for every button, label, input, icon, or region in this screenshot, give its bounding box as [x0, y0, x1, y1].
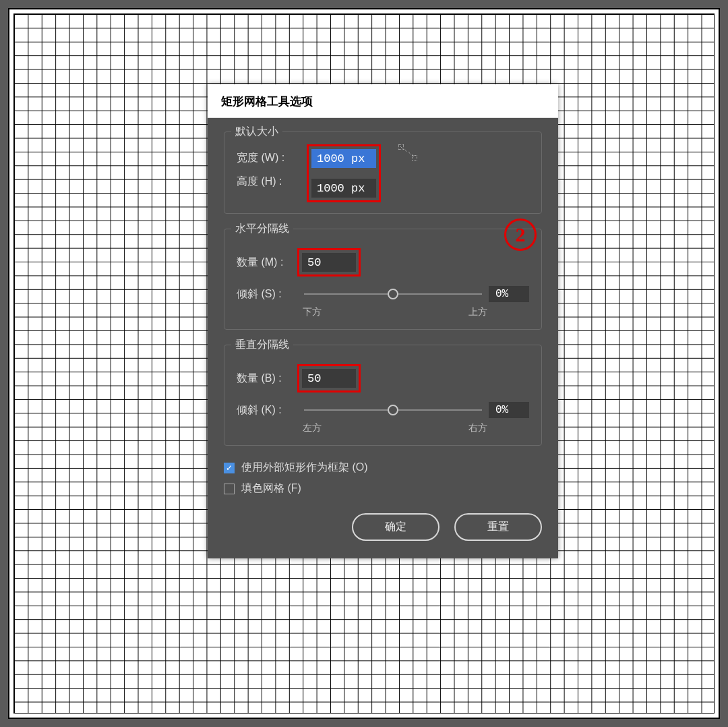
h-skew-slider[interactable]	[304, 293, 482, 295]
v-count-input[interactable]	[302, 369, 356, 388]
v-skew-label: 倾斜 (K) :	[237, 403, 297, 417]
group-title-vertical: 垂直分隔线	[231, 338, 293, 352]
width-input[interactable]	[311, 149, 376, 168]
highlight-box-h-count	[297, 248, 361, 277]
h-count-input[interactable]	[302, 253, 356, 272]
h-skew-value[interactable]: 0%	[489, 286, 529, 302]
height-label: 高度 (H) :	[237, 175, 297, 189]
group-title-horizontal: 水平分隔线	[231, 222, 293, 236]
annotation-badge-2: 2	[504, 219, 537, 251]
h-count-label: 数量 (M) :	[237, 256, 297, 270]
highlight-box-size	[307, 144, 381, 202]
reset-button[interactable]: 重置	[454, 513, 542, 541]
v-skew-value[interactable]: 0%	[489, 402, 529, 418]
v-skew-thumb[interactable]	[388, 405, 398, 415]
fill-grid-label: 填色网格 (F)	[241, 482, 301, 496]
use-outer-rect-label: 使用外部矩形作为框架 (O)	[241, 461, 368, 475]
constrain-proportions-icon[interactable]	[398, 144, 417, 161]
h-skew-right-label: 上方	[468, 306, 487, 318]
v-count-label: 数量 (B) :	[237, 372, 297, 386]
height-input[interactable]	[311, 179, 376, 198]
group-vertical-dividers: 垂直分隔线 数量 (B) : 倾斜 (K) : 0% 左方 右方	[224, 345, 542, 446]
h-skew-thumb[interactable]	[388, 289, 398, 299]
v-skew-slider[interactable]	[304, 409, 482, 411]
use-outer-rect-checkbox[interactable]	[224, 463, 235, 473]
group-title-default-size: 默认大小	[231, 125, 282, 139]
ok-button[interactable]: 确定	[352, 513, 439, 541]
group-horizontal-dividers: 水平分隔线 数量 (M) : 倾斜 (S) : 0% 下方 上方	[224, 229, 542, 330]
h-skew-left-label: 下方	[303, 306, 322, 318]
width-label: 宽度 (W) :	[237, 151, 297, 165]
highlight-box-v-count	[297, 364, 361, 392]
v-skew-left-label: 左方	[303, 422, 322, 434]
group-default-size: 默认大小 宽度 (W) : 高度 (H) :	[224, 132, 542, 214]
dialog-title: 矩形网格工具选项	[208, 84, 558, 118]
rectangular-grid-tool-options-dialog: 矩形网格工具选项 默认大小 宽度 (W) : 高度 (H) :	[208, 84, 558, 558]
dialog-body: 默认大小 宽度 (W) : 高度 (H) :	[208, 118, 558, 558]
fill-grid-checkbox[interactable]	[224, 484, 235, 494]
v-skew-right-label: 右方	[468, 422, 487, 434]
h-skew-label: 倾斜 (S) :	[237, 287, 297, 301]
